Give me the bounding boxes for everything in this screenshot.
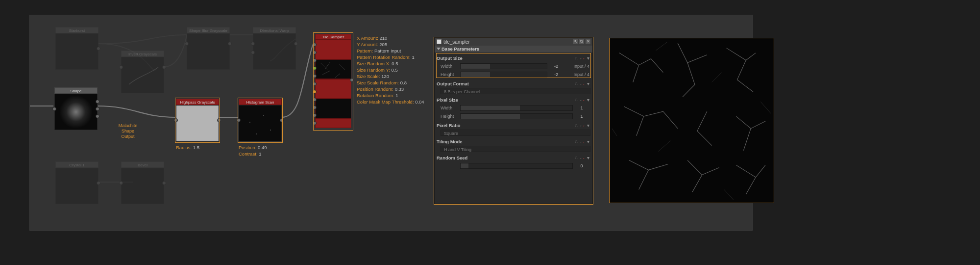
- param-value[interactable]: 0: [573, 163, 590, 168]
- output-port[interactable]: [162, 65, 166, 69]
- input-port[interactable]: [313, 98, 317, 102]
- input-port[interactable]: [251, 42, 255, 46]
- chevron-down-icon[interactable]: ▾: [586, 97, 590, 103]
- node-dir-warp[interactable]: Directional Warp: [253, 27, 296, 70]
- input-port[interactable]: [313, 66, 317, 70]
- chevron-down-icon[interactable]: ▾: [586, 139, 590, 144]
- group-controls[interactable]: ⎍ ▾▾: [575, 139, 586, 144]
- output-port[interactable]: [294, 42, 298, 46]
- param-row: Width1: [441, 104, 590, 111]
- group-header[interactable]: Output Size⎍ ▾▾▾: [437, 54, 590, 61]
- node-header: Shape: [54, 87, 98, 94]
- output-port[interactable]: [280, 118, 284, 122]
- node-crystal[interactable]: Crystal 1: [55, 161, 98, 204]
- section-header[interactable]: Base Parameters: [435, 46, 592, 53]
- param-slider[interactable]: [460, 63, 547, 69]
- param-value[interactable]: -2: [547, 72, 565, 77]
- node-header: Directional Warp: [253, 27, 296, 33]
- input-port[interactable]: [174, 118, 178, 122]
- chevron-down-icon[interactable]: ▾: [586, 81, 590, 86]
- panel-titlebar[interactable]: tile_sampler ⇱ ⧉ ✕: [435, 38, 592, 46]
- close-icon[interactable]: ✕: [586, 39, 590, 44]
- input-port[interactable]: [313, 121, 317, 125]
- output-port[interactable]: [97, 181, 100, 185]
- output-port[interactable]: [97, 47, 100, 51]
- group-name: Pixel Size: [437, 97, 458, 103]
- node-tile-sampler[interactable]: Tile Sampler: [315, 34, 351, 128]
- output-port[interactable]: [350, 78, 354, 82]
- output-port[interactable]: [228, 42, 232, 46]
- annotation-highpass: Radius: 1.5: [176, 144, 199, 151]
- panel-body: Output Size⎍ ▾▾▾Width-2Input / 4Height-2…: [435, 54, 592, 171]
- input-port[interactable]: [313, 82, 317, 86]
- input-port[interactable]: [313, 74, 317, 78]
- group-controls[interactable]: ⎍ ▾▾: [575, 123, 586, 128]
- node-histogram[interactable]: Histogram Scan: [239, 99, 282, 141]
- input-port[interactable]: [313, 106, 317, 109]
- param-slider[interactable]: [460, 113, 573, 119]
- output-port[interactable]: [162, 181, 166, 185]
- input-port[interactable]: [237, 118, 241, 122]
- group-header[interactable]: Tiling Mode⎍ ▾▾▾: [437, 138, 590, 145]
- node-bevel[interactable]: Bevel: [121, 161, 164, 204]
- group-header[interactable]: Output Format⎍ ▾▾▾: [437, 80, 590, 87]
- annotation-line: Size Scale Random: 0.8: [357, 80, 424, 86]
- pin-icon[interactable]: ⇱: [573, 39, 578, 44]
- param-slider[interactable]: [460, 163, 573, 169]
- param-value[interactable]: -2: [547, 64, 565, 69]
- node-shape-blur[interactable]: Shape Blur Grayscale: [187, 27, 230, 70]
- chevron-down-icon[interactable]: ▾: [586, 55, 590, 61]
- node-body: [121, 168, 164, 204]
- editor-stage: Starburst Shape Blur Grayscale Direction…: [29, 15, 753, 231]
- output-port[interactable]: [217, 118, 221, 122]
- input-port[interactable]: [313, 51, 317, 54]
- chevron-down-icon[interactable]: ▾: [586, 123, 590, 128]
- param-row: 0: [441, 162, 590, 169]
- annotation-line: Size Scale: 120: [357, 73, 424, 80]
- chevron-down-icon[interactable]: ▾: [586, 155, 590, 160]
- param-suffix: Input / 4: [565, 72, 590, 77]
- param-label: Height: [441, 72, 460, 77]
- annotation-line: Size Random X: 0.5: [357, 60, 424, 67]
- group-controls[interactable]: ⎍ ▾▾: [575, 81, 586, 86]
- node-body: [55, 168, 98, 204]
- node-shape[interactable]: Shape: [54, 87, 98, 130]
- param-group: Output Format⎍ ▾▾▾8 Bits per Channel: [437, 80, 590, 94]
- group-controls[interactable]: ⎍ ▾▾: [575, 56, 586, 60]
- group-header[interactable]: Pixel Size⎍ ▾▾▾: [437, 96, 590, 103]
- group-name: Pixel Ratio: [437, 123, 461, 128]
- input-port[interactable]: [313, 58, 317, 62]
- preview-2d[interactable]: [609, 38, 774, 203]
- input-port[interactable]: [119, 65, 123, 69]
- input-port[interactable]: [119, 181, 123, 185]
- param-readonly[interactable]: 8 Bits per Channel: [441, 88, 590, 94]
- group-header[interactable]: Random Seed⎍ ▾▾▾: [437, 154, 590, 161]
- input-port[interactable]: [313, 90, 317, 94]
- node-header: Tile Sampler: [315, 34, 351, 40]
- input-port[interactable]: [313, 113, 317, 117]
- input-port[interactable]: [185, 42, 189, 46]
- param-value[interactable]: 1: [573, 106, 590, 110]
- param-readonly[interactable]: Square: [441, 130, 590, 136]
- node-highpass[interactable]: Highpass Grayscale: [176, 99, 219, 141]
- output-port[interactable]: [96, 107, 99, 111]
- output-port[interactable]: [96, 114, 99, 118]
- panel-title: tile_sampler: [443, 39, 470, 45]
- node-starburst[interactable]: Starburst: [55, 27, 98, 70]
- annotation-line: Pattern Rotation Random: 1: [357, 54, 424, 60]
- param-slider[interactable]: [460, 105, 573, 111]
- annotation-malachite: MalachiteShapeOutput: [113, 123, 143, 139]
- group-header[interactable]: Pixel Ratio⎍ ▾▾▾: [437, 122, 590, 129]
- input-port[interactable]: [251, 51, 255, 54]
- link-icon[interactable]: ⧉: [579, 39, 584, 44]
- node-header: Starburst: [55, 27, 98, 33]
- node-invert[interactable]: Invert Grayscale: [121, 51, 164, 93]
- input-port[interactable]: [313, 43, 317, 47]
- group-controls[interactable]: ⎍ ▾▾: [575, 98, 586, 102]
- group-controls[interactable]: ⎍ ▾▾: [575, 156, 586, 160]
- param-slider[interactable]: [460, 72, 547, 78]
- output-port[interactable]: [96, 100, 99, 104]
- param-readonly[interactable]: H and V Tiling: [441, 146, 590, 152]
- input-port[interactable]: [52, 107, 56, 111]
- param-value[interactable]: 1: [573, 114, 590, 119]
